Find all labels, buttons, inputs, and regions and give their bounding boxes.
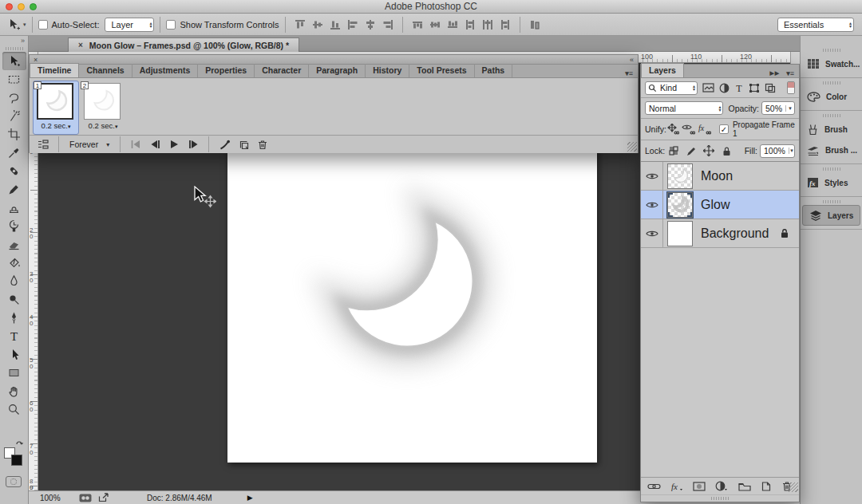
zoom-tool[interactable] [2,400,26,419]
lasso-tool[interactable] [2,89,26,107]
eyedropper-tool[interactable] [2,144,26,162]
close-window-button[interactable] [6,3,13,10]
layer-row-glow[interactable]: Glow [641,191,799,219]
distribute-horizontal-centers-icon[interactable] [479,17,496,33]
dock-drag-handle[interactable] [823,114,840,117]
brush-tool[interactable] [2,180,26,199]
tab-adjustments[interactable]: Adjustments [132,64,199,77]
panel-resize-grip[interactable] [789,482,798,492]
unify-style-icon[interactable]: fx [697,122,713,136]
unify-position-icon[interactable] [666,122,681,136]
panel-menu-icon[interactable]: ▾≡ [786,69,794,77]
panel-resize-grip[interactable] [627,142,637,152]
workspace-dropdown[interactable]: Essentials ▴ ▾ [777,18,854,32]
frame-thumbnail[interactable] [37,83,73,120]
distribute-top-edges-icon[interactable] [409,17,426,33]
document-canvas[interactable] [227,148,597,463]
collapse-panel-icon[interactable]: « [630,56,634,64]
new-group-icon[interactable] [738,479,751,494]
align-vertical-centers-icon[interactable] [309,17,326,33]
distribute-bottom-edges-icon[interactable] [444,17,461,33]
play-button[interactable] [164,137,184,152]
opacity-field[interactable]: 50% ▾ [761,101,795,115]
propagate-frame-checkbox[interactable]: ✓ [719,124,729,134]
lock-all-icon[interactable] [718,144,735,158]
lock-position-icon[interactable] [700,144,718,158]
dock-drag-handle[interactable] [823,81,840,85]
auto-select-checkbox[interactable] [38,20,48,30]
dock-drag-handle[interactable] [823,49,840,52]
distribute-vertical-centers-icon[interactable] [426,17,444,33]
close-panel-icon[interactable]: × [34,56,38,64]
duration-dropdown-icon[interactable]: ▾ [115,124,118,129]
dock-drag-handle[interactable] [823,200,840,203]
tab-history[interactable]: History [366,64,409,77]
visibility-toggle[interactable] [641,219,663,247]
duration-dropdown-icon[interactable]: ▾ [68,124,71,129]
clone-stamp-tool[interactable] [2,199,26,217]
align-right-edges-icon[interactable] [379,17,397,33]
align-top-edges-icon[interactable] [291,17,309,33]
frame-1[interactable]: 1 0.2 sec.▾ [34,81,78,134]
move-tool-options-icon[interactable] [6,18,21,31]
layer-row-background[interactable]: Background [641,219,799,248]
tool-preset-caret-icon[interactable]: ▾ [23,22,26,28]
filter-adjustment-layers-icon[interactable] [719,81,730,95]
layer-name[interactable]: Moon [701,169,733,183]
layer-name[interactable]: Background [701,226,769,241]
dock-drag-handle[interactable] [823,167,840,171]
first-frame-button[interactable] [126,137,145,152]
distribute-left-edges-icon[interactable] [461,17,479,33]
new-layer-icon[interactable] [761,479,772,494]
link-layers-icon[interactable] [647,479,661,494]
tab-channels[interactable]: Channels [79,64,132,77]
dodge-tool[interactable] [2,290,26,309]
dock-item-brush[interactable]: Brush [801,119,862,140]
frame-thumbnail[interactable] [84,83,121,120]
visibility-toggle[interactable] [641,162,663,190]
tab-paragraph[interactable]: Paragraph [309,64,366,77]
tab-tool-presets[interactable]: Tool Presets [409,64,474,77]
tools-panel-drag-handle[interactable] [6,47,23,50]
layer-thumbnail[interactable] [667,192,693,218]
add-layer-mask-icon[interactable] [693,479,706,494]
path-selection-tool[interactable] [2,345,26,364]
tab-timeline[interactable]: Timeline [30,63,79,77]
fill-dropdown-icon[interactable]: ▾ [789,148,794,154]
rectangular-marquee-tool[interactable] [2,70,26,89]
swap-colors-icon[interactable] [15,439,25,447]
share-icon[interactable] [94,490,113,504]
loop-dropdown-icon[interactable]: ▾ [106,141,109,148]
quick-selection-tool[interactable] [2,107,26,125]
zoom-window-button[interactable] [30,3,37,10]
layer-name[interactable]: Glow [701,198,730,212]
align-left-edges-icon[interactable] [344,17,362,33]
layer-thumbnail[interactable] [667,221,693,246]
close-document-icon[interactable]: × [78,41,83,49]
zoom-level-field[interactable]: 100% [40,494,77,502]
rectangle-tool[interactable] [2,364,26,382]
tab-properties[interactable]: Properties [198,64,255,77]
expand-panel-icon[interactable]: ▶▶ [769,70,780,77]
distribute-right-edges-icon[interactable] [496,17,514,33]
filter-smart-objects-icon[interactable] [765,81,776,95]
filter-kind-dropdown[interactable]: Kind ▴ ▾ [645,81,698,95]
background-color-swatch[interactable] [11,455,22,466]
eraser-tool[interactable] [2,235,26,254]
lock-image-pixels-icon[interactable] [682,144,700,158]
tab-paths[interactable]: Paths [475,64,513,77]
spot-healing-brush-tool[interactable] [2,162,26,180]
dock-item-styles[interactable]: fx Styles [801,172,862,193]
auto-select-target-dropdown[interactable]: Layer ▴ ▾ [105,18,154,32]
duplicate-frame-button[interactable] [234,137,253,152]
tab-layers[interactable]: Layers [641,63,684,77]
history-brush-tool[interactable] [2,217,26,235]
fill-field[interactable]: 100% ▾ [760,144,795,158]
type-tool[interactable]: T [2,327,26,345]
crop-tool[interactable] [2,125,26,144]
gears-icon[interactable] [77,490,94,504]
blur-tool[interactable] [2,272,26,290]
align-bottom-edges-icon[interactable] [326,17,344,33]
frame-duration[interactable]: 0.2 sec.▾ [81,121,125,130]
tab-character[interactable]: Character [255,64,309,77]
